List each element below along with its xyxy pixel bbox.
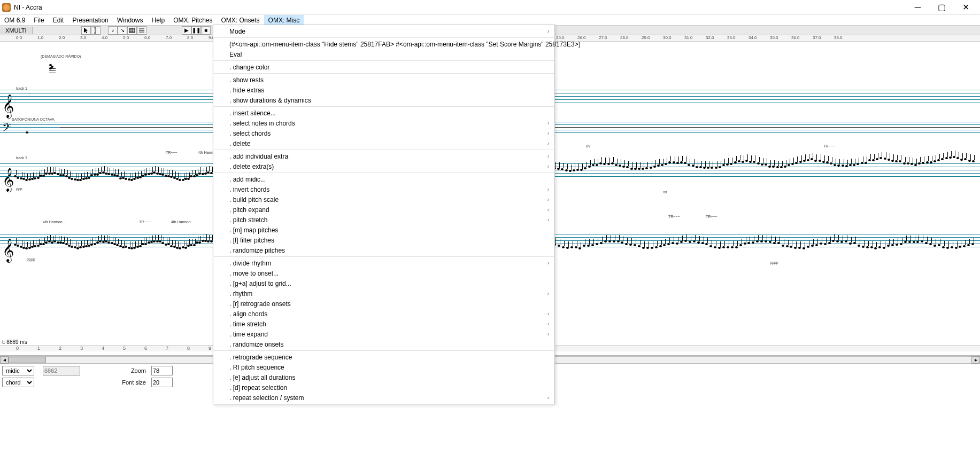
zoom-label: Zoom <box>119 367 148 374</box>
menu-item[interactable]: . select notes in chords› <box>213 118 554 128</box>
menu-item[interactable]: . [g+a] adjust to grid... <box>213 278 554 288</box>
text-tool-button[interactable] <box>91 26 101 35</box>
ruler-tick: 30.0 <box>663 35 672 40</box>
menu-item[interactable]: . repeat selection / system› <box>213 393 554 403</box>
menu-item[interactable]: . time expand› <box>213 329 554 339</box>
menu-item[interactable]: . [m] map pitches <box>213 225 554 235</box>
menu-help[interactable]: Help <box>147 15 169 25</box>
menu-item[interactable]: . align chords› <box>213 309 554 319</box>
menu-item[interactable]: . change color <box>213 62 554 72</box>
menu-separator <box>214 60 554 61</box>
chevron-right-icon: › <box>547 153 549 159</box>
menu-om[interactable]: OM 6.9 <box>0 15 29 25</box>
menu-windows[interactable]: Windows <box>113 15 148 25</box>
menu-file[interactable]: File <box>29 15 48 25</box>
chevron-right-icon: › <box>547 331 549 337</box>
menu-item[interactable]: Eval <box>213 49 554 59</box>
trill-marking: TR~~~ <box>706 215 717 218</box>
menu-separator <box>214 73 554 74</box>
fontsize-input[interactable] <box>151 378 173 387</box>
menu-edit[interactable]: Edit <box>49 15 68 25</box>
menu-item[interactable]: . [d] repeat selection <box>213 382 554 393</box>
minimize-button[interactable]: ─ <box>906 0 930 15</box>
octave-marking: 8V <box>586 144 591 148</box>
menu-item[interactable]: . randomize onsets <box>213 339 554 349</box>
note-eighth-button[interactable]: ♪ <box>108 26 118 35</box>
menu-item[interactable]: . rhythm› <box>213 288 554 299</box>
menu-item[interactable]: (#<om-api::om-menu-item-class "Hide stem… <box>213 39 554 49</box>
menu-item[interactable]: . move to onset... <box>213 268 554 278</box>
ruler-tick: 26.0 <box>577 35 586 40</box>
menu-item[interactable]: . add individual extra› <box>213 151 554 161</box>
menu-item[interactable]: . pitch expand› <box>213 205 554 215</box>
ruler-tick: 6.0 <box>144 35 150 40</box>
menu-item[interactable]: . time stretch› <box>213 319 554 329</box>
menu-item[interactable]: . insert silence... <box>213 108 554 118</box>
menu-item[interactable]: Mode› <box>213 26 554 36</box>
trill-marking: TR~~~ <box>139 220 151 224</box>
menu-item[interactable]: . add midic... <box>213 174 554 184</box>
menu-item[interactable]: . retrograde sequence <box>213 352 554 362</box>
menu-omx-onsets[interactable]: OMX: Onsets <box>217 15 264 25</box>
menu-item[interactable]: . [f] filter pitches <box>213 235 554 245</box>
ruler-tick: 0.0 <box>16 35 22 40</box>
menu-item[interactable]: . delete› <box>213 138 554 148</box>
menu-item[interactable]: . build pitch scale› <box>213 194 554 205</box>
chevron-right-icon: › <box>547 120 549 126</box>
menu-item[interactable]: . [r] retrograde onsets <box>213 299 554 309</box>
ruler-tick: 5.0 <box>123 35 129 40</box>
ruler-tick: 8 <box>187 346 190 351</box>
ruler-tick: 9 <box>209 346 211 351</box>
menu-item[interactable]: . RI pitch sequence <box>213 362 554 372</box>
ruler-tick: 37.0 <box>813 35 821 40</box>
menu-item[interactable]: . hide extras <box>213 85 554 95</box>
menu-item[interactable]: . select chords› <box>213 128 554 138</box>
ruler-tick: 29.0 <box>642 35 650 40</box>
menu-omx-misc[interactable]: OMX: Misc <box>264 15 304 25</box>
scroll-right-button[interactable]: ▸ <box>971 356 980 364</box>
chevron-right-icon: › <box>547 260 549 266</box>
note-mode-button[interactable]: ↘ <box>118 26 127 35</box>
ruler-tick: 38.0 <box>834 35 843 40</box>
ruler-tick: 7.0 <box>166 35 172 40</box>
close-button[interactable]: ✕ <box>954 0 978 15</box>
chevron-right-icon: › <box>547 311 549 317</box>
chevron-right-icon: › <box>547 197 549 202</box>
grid-view1-button[interactable] <box>127 26 137 35</box>
pointer-tool-button[interactable] <box>81 26 91 35</box>
maximize-button[interactable]: ▢ <box>930 0 954 15</box>
zoom-input[interactable] <box>151 366 173 375</box>
ruler-tick: 2 <box>59 346 61 351</box>
menu-presentation[interactable]: Presentation <box>68 15 112 25</box>
menu-item[interactable]: . pitch stretch› <box>213 215 554 225</box>
track-label-2: SAXOFÓN/UNA OCTAVA <box>12 118 55 121</box>
menu-item[interactable]: . invert chords› <box>213 184 554 194</box>
chevron-right-icon: › <box>547 130 549 136</box>
note[interactable] <box>26 131 28 134</box>
menu-item[interactable]: . show rests <box>213 75 554 85</box>
menu-item[interactable]: . delete extra(s)› <box>213 161 554 171</box>
trill-marking: TR~~~ <box>166 151 178 154</box>
ruler-tick: 2.0 <box>59 35 65 40</box>
stop-button[interactable]: ■ <box>201 26 211 35</box>
ruler-tick: 27.0 <box>599 35 607 40</box>
unit-select[interactable]: chord <box>2 378 34 387</box>
ruler-tick: 36.0 <box>791 35 800 40</box>
menu-omx-pitches[interactable]: OMX: Pitches <box>169 15 217 25</box>
omx-misc-menu[interactable]: Mode›(#<om-api::om-menu-item-class "Hide… <box>213 25 555 404</box>
menu-item[interactable]: . divide rhythm› <box>213 258 554 268</box>
grid-view2-button[interactable] <box>137 26 146 35</box>
tempo-marking: (DEMASIADO RÁPIDO) <box>41 54 81 58</box>
ruler-tick: 34.0 <box>748 35 757 40</box>
view-mode-select[interactable]: midic <box>2 366 34 375</box>
scroll-left-button[interactable]: ◂ <box>0 356 9 364</box>
chevron-right-icon: › <box>547 321 549 327</box>
play-button[interactable]: ▶ <box>182 26 191 35</box>
scroll-thumb[interactable] <box>9 357 46 363</box>
pause-button[interactable]: ❚❚ <box>191 26 201 35</box>
menu-item[interactable]: . randomize pitches <box>213 245 554 255</box>
ruler-tick: 7 <box>166 346 168 351</box>
menu-item[interactable]: . show durations & dynamics <box>213 95 554 105</box>
menu-item[interactable]: . [e] adjust all durations <box>213 372 554 382</box>
ruler-tick: 31.0 <box>684 35 693 40</box>
